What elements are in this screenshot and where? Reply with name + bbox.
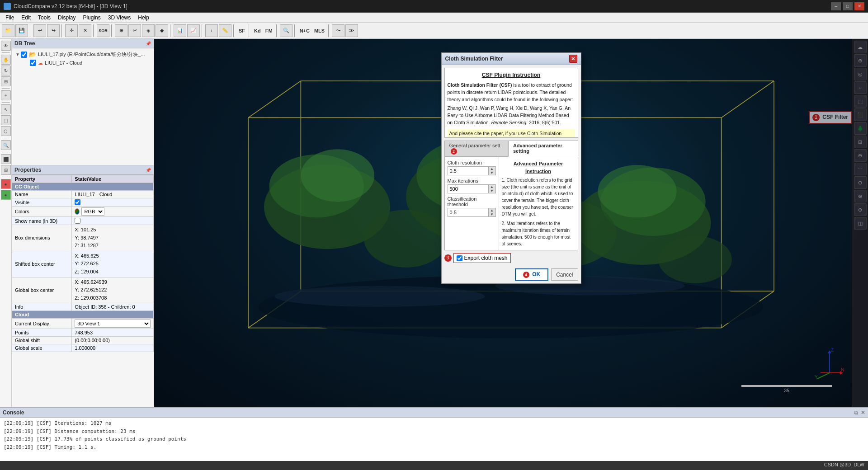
prop-scale-label: Global scale — [12, 344, 72, 352]
tree-item-cloud[interactable]: ☁ LIULI_17 - Cloud — [14, 59, 152, 67]
tb-add-pt[interactable]: + — [205, 24, 218, 37]
menu-help[interactable]: Help — [134, 14, 153, 22]
cancel-button[interactable]: Cancel — [551, 268, 578, 281]
colors-select[interactable]: RGB — [81, 207, 104, 216]
instruction-area[interactable]: CSF Plugin Instruction Cloth Simulation … — [444, 68, 578, 138]
console-undock[interactable]: ⧉ — [854, 409, 858, 416]
li-btn-eye[interactable]: 👁 — [1, 41, 11, 51]
li-btn-3d[interactable]: ⬛ — [1, 154, 11, 164]
li-btn-dot1[interactable]: ● — [1, 179, 11, 189]
tb-sep3 — [93, 24, 95, 37]
prop-row-display: Current Display 3D View 1 — [12, 319, 154, 329]
3d-view-area[interactable]: 1 CSF Filter Cloth Simulation Filter ✕ C… — [154, 39, 868, 407]
max-iter-label: Max iterations — [448, 178, 496, 183]
prop-visible-label: Visible — [12, 198, 72, 207]
ok-button[interactable]: 4 OK — [515, 268, 548, 281]
prop-info-label: Info — [12, 303, 72, 311]
li-btn-search[interactable]: 🔍 — [1, 140, 11, 150]
close-button[interactable]: ✕ — [854, 2, 864, 10]
li-sep4 — [2, 138, 10, 138]
tb-sep10 — [294, 24, 296, 37]
menu-display[interactable]: Display — [54, 14, 79, 22]
tree-item-file[interactable]: ▼ 📂 LIULI_17.ply (E:/PointCloud/data/细分块… — [14, 50, 152, 59]
prop-shiftcenter-value: X: 465.625Y: 272.625Z: 129.004 — [72, 251, 154, 277]
prop-colors-label: Colors — [12, 207, 72, 217]
main-layout: 👁 ✋ ↻ ⊞ ＋ ↖ ⬚ ⬡ 🔍 ⬛ ⊞ ● ● DB Tree 📌 ▼ — [0, 39, 868, 407]
minimize-button[interactable]: – — [831, 2, 841, 10]
db-tree-pin[interactable]: 📌 — [146, 41, 151, 46]
db-tree-panel: DB Tree 📌 ▼ 📂 LIULI_17.ply (E:/PointClou… — [12, 39, 154, 165]
props-section-cloud: Cloud — [12, 311, 154, 319]
tree-cloud-checkbox[interactable] — [30, 60, 36, 66]
max-iter-field[interactable]: ▲ ▼ — [448, 184, 496, 193]
max-iter-up[interactable]: ▲ — [489, 185, 495, 189]
prop-points-label: Points — [12, 329, 72, 337]
console-close[interactable]: ✕ — [861, 409, 865, 416]
li-btn-add[interactable]: ＋ — [1, 90, 11, 100]
menu-tools[interactable]: Tools — [34, 14, 54, 22]
advanced-params-panel[interactable]: Advanced Parameter Instruction 1. Cloth … — [499, 157, 578, 250]
tb-sep9 — [276, 24, 278, 37]
tb-undo[interactable]: ↩ — [33, 24, 46, 37]
dialog-overlay: Cloth Simulation Filter ✕ CSF Plugin Ins… — [154, 39, 868, 407]
cloth-res-up[interactable]: ▲ — [489, 167, 495, 171]
menu-edit[interactable]: Edit — [18, 14, 34, 22]
tb-wave[interactable]: 〜 — [332, 24, 344, 37]
tb-mls-label: MLS — [312, 28, 326, 33]
tab-advanced[interactable]: Advanced parameter setting — [508, 141, 578, 157]
tb-open[interactable]: 📁 — [2, 24, 14, 37]
li-btn-dot2[interactable]: ● — [1, 190, 11, 200]
li-btn-grid[interactable]: ⊞ — [1, 165, 11, 175]
console-header: Console ⧉ ✕ — [0, 408, 868, 418]
db-tree-label: DB Tree — [14, 40, 35, 47]
li-btn-rotate[interactable]: ↻ — [1, 66, 11, 75]
tb-delete[interactable]: ✕ — [79, 24, 91, 37]
properties-pin[interactable]: 📌 — [146, 168, 151, 173]
tb-redo[interactable]: ↪ — [47, 24, 60, 37]
li-sep1 — [2, 52, 10, 53]
class-thresh-up[interactable]: ▲ — [489, 208, 495, 212]
db-tree-header: DB Tree 📌 — [12, 39, 154, 48]
tb-more2[interactable]: ≫ — [345, 24, 358, 37]
tb-chart[interactable]: 📊 — [174, 24, 186, 37]
cloth-res-down[interactable]: ▼ — [489, 171, 495, 175]
class-thresh-input[interactable] — [448, 208, 488, 216]
tree-file-checkbox[interactable] — [21, 52, 27, 58]
showname-checkbox[interactable] — [75, 218, 80, 224]
properties-table: Property State/Value CC Object Name LIUL… — [12, 175, 154, 352]
li-btn-pointer[interactable]: ↖ — [1, 104, 11, 114]
cloth-res-field[interactable]: ▲ ▼ — [448, 166, 496, 175]
tb-pick[interactable]: ⊕ — [115, 24, 127, 37]
tab-general[interactable]: General parameter sett 2 — [444, 141, 508, 157]
cloud-icon: ☁ — [38, 60, 43, 66]
menu-plugins[interactable]: Plugins — [79, 14, 104, 22]
li-btn-select2[interactable]: ⬚ — [1, 115, 11, 125]
class-thresh-down[interactable]: ▼ — [489, 212, 495, 216]
tb-clip[interactable]: ✂ — [128, 24, 141, 37]
menu-file[interactable]: File — [2, 14, 18, 22]
menu-3dviews[interactable]: 3D Views — [104, 14, 134, 22]
visible-checkbox[interactable] — [75, 199, 80, 205]
li-btn-move[interactable]: ✋ — [1, 55, 11, 65]
export-checkbox-wrapper[interactable]: Export cloth mesh — [453, 253, 511, 263]
class-thresh-field[interactable]: ▲ ▼ — [448, 208, 496, 217]
tb-segment[interactable]: ◈ — [142, 24, 155, 37]
tb-select[interactable]: ✛ — [65, 24, 78, 37]
max-iter-input[interactable] — [448, 185, 488, 193]
tb-zoom[interactable]: 🔍 — [280, 24, 292, 37]
tb-ruler[interactable]: 📏 — [219, 24, 231, 37]
export-checkbox[interactable] — [457, 255, 462, 261]
tb-graph[interactable]: 📈 — [187, 24, 200, 37]
csf-dialog-close[interactable]: ✕ — [569, 55, 577, 63]
li-btn-poly[interactable]: ⬡ — [1, 126, 11, 136]
tb-sor[interactable]: SOR — [97, 24, 109, 37]
tb-more1[interactable]: ◆ — [156, 24, 168, 37]
cloth-res-input[interactable] — [448, 167, 488, 175]
li-btn-zoom2[interactable]: ⊞ — [1, 76, 11, 86]
max-iter-down[interactable]: ▼ — [489, 189, 495, 193]
tb-save[interactable]: 💾 — [15, 24, 28, 37]
properties-scroll[interactable]: Property State/Value CC Object Name LIUL… — [12, 175, 154, 407]
maximize-button[interactable]: □ — [843, 2, 853, 10]
display-select[interactable]: 3D View 1 — [75, 320, 151, 328]
tb-sep5 — [170, 24, 172, 37]
